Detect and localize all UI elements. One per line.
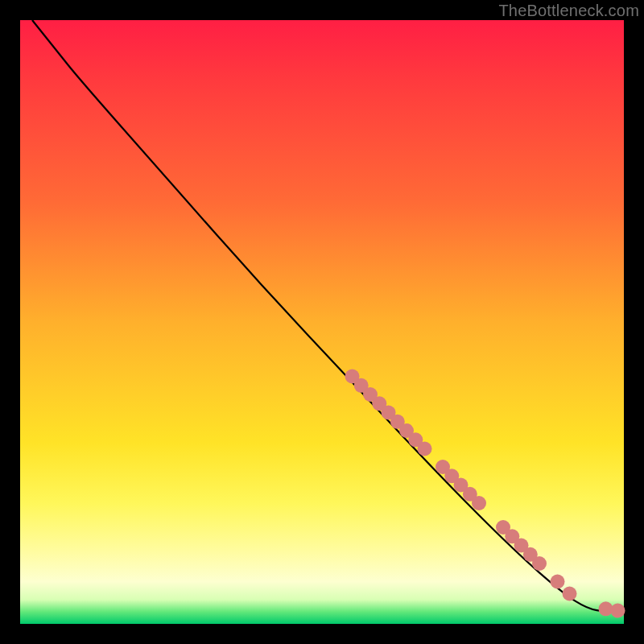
chart-svg [20, 20, 624, 624]
marker-point [532, 556, 547, 571]
marker-point [418, 442, 432, 456]
watermark-text: TheBottleneck.com [498, 2, 639, 20]
marker-points [345, 369, 625, 618]
marker-point [472, 496, 486, 510]
marker-point [563, 587, 577, 601]
curve-line [32, 20, 618, 612]
marker-point [611, 604, 625, 618]
chart-frame: TheBottleneck.com [0, 0, 644, 644]
plot-area [20, 20, 624, 624]
marker-point [551, 575, 565, 589]
